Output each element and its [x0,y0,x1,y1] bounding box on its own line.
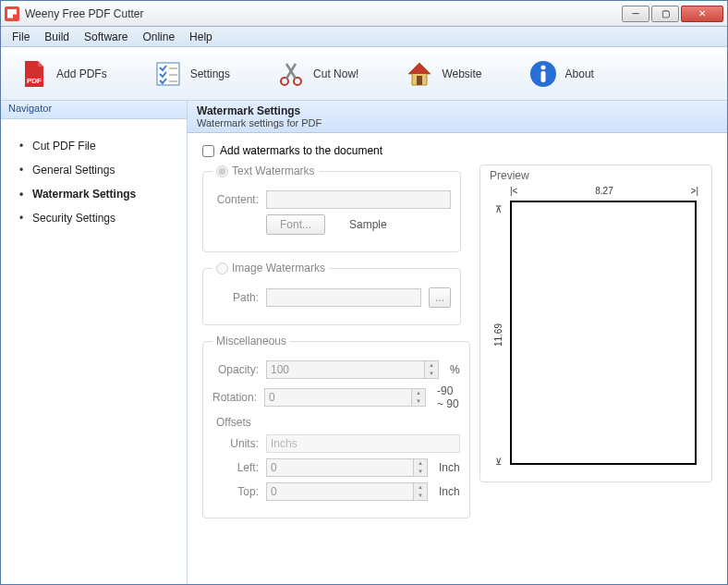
add-watermarks-row: Add watermarks to the document [202,144,712,157]
content-header: Watermark Settings Watermark settings fo… [188,101,727,133]
spinner-buttons-icon[interactable]: ▲▼ [411,388,426,407]
image-watermarks-radio[interactable] [216,262,228,274]
ruler-left: ⊼ 11.69 ⊻ [490,204,506,467]
menubar: File Build Software Online Help [1,27,727,47]
maximize-button[interactable]: ▢ [651,6,679,22]
window-controls: ─ ▢ ✕ [622,6,723,22]
toolbar-settings-label: Settings [190,67,230,80]
add-watermarks-checkbox[interactable] [202,145,214,157]
nav-security-settings[interactable]: Security Settings [19,206,187,230]
content-label: Content: [212,193,259,206]
svg-point-9 [540,65,545,69]
preview-page [510,201,697,465]
close-button[interactable]: ✕ [681,6,723,22]
toolbar-cut-now[interactable]: Cut Now! [276,59,358,89]
menu-build[interactable]: Build [37,29,77,45]
text-watermarks-group: Text Watermarks Content: Font... Sample [202,165,461,252]
top-unit: Inch [439,485,460,498]
ruler-right-mark: >| [691,186,698,199]
preview-panel: Preview |< 8.27 >| ⊼ 11.69 ⊻ [479,165,712,482]
toolbar-website-label: Website [442,67,481,80]
rotation-hint: -90 ~ 90 [437,384,460,410]
info-icon [528,59,558,89]
toolbar-about-label: About [565,67,594,80]
nav-cut-pdf-file[interactable]: Cut PDF File [19,134,187,158]
checklist-icon [153,59,183,89]
rotation-label: Rotation: [212,391,257,404]
left-unit: Inch [439,461,460,474]
preview-height: 11.69 [493,323,504,347]
toolbar-settings[interactable]: Settings [153,59,230,89]
page-subtitle: Watermark settings for PDF [197,117,718,128]
content: Watermark Settings Watermark settings fo… [188,101,727,584]
top-spinner[interactable]: ▲▼ [266,482,428,501]
minimize-button[interactable]: ─ [622,6,649,22]
content-body: Add watermarks to the document Text Wate… [188,133,727,539]
image-watermarks-group: Image Watermarks Path: ... [202,262,461,325]
main: Navigator Cut PDF File General Settings … [1,101,727,584]
preview-width: 8.27 [595,186,613,199]
sidebar-nav: Cut PDF File General Settings Watermark … [1,119,187,230]
toolbar: PDF Add PDFs Settings Cut Now! Website A… [1,47,727,101]
nav-watermark-settings[interactable]: Watermark Settings [19,182,187,206]
toolbar-cut-now-label: Cut Now! [313,67,358,80]
ruler-left-mark: |< [510,186,517,199]
path-input[interactable] [266,288,421,307]
rotation-input[interactable] [264,388,411,407]
window-title: Weeny Free PDF Cutter [25,7,622,20]
top-label: Top: [212,485,259,498]
opacity-spinner[interactable]: ▲▼ [266,360,439,379]
units-label: Units: [212,437,259,450]
offsets-label: Offsets [216,416,460,429]
spinner-buttons-icon[interactable]: ▲▼ [413,458,428,477]
svg-rect-7 [417,76,422,85]
left-input[interactable] [266,458,413,477]
titlebar: Weeny Free PDF Cutter ─ ▢ ✕ [1,1,727,27]
preview-title: Preview [490,169,702,186]
image-watermarks-legend: Image Watermarks [212,262,329,274]
svg-text:PDF: PDF [27,77,42,85]
units-select[interactable]: Inchs [266,434,460,453]
ruler-bottom-mark: ⊻ [495,457,502,467]
font-button[interactable]: Font... [266,214,325,235]
opacity-unit: % [450,363,460,376]
pdf-icon: PDF [19,59,49,89]
svg-rect-10 [540,71,545,82]
misc-group: Miscellaneous Opacity: ▲▼ % Rotation: [202,335,470,518]
text-watermarks-radio[interactable] [216,165,228,177]
app-icon [5,6,19,21]
menu-software[interactable]: Software [77,29,135,45]
spinner-buttons-icon[interactable]: ▲▼ [424,360,439,379]
ruler-top: |< 8.27 >| [510,186,698,199]
preview-canvas: |< 8.27 >| ⊼ 11.69 ⊻ [490,186,702,472]
toolbar-add-pdfs-label: Add PDFs [56,67,107,80]
left-label: Left: [212,461,259,474]
ruler-top-mark: ⊼ [495,204,502,214]
opacity-input[interactable] [266,360,424,379]
scissors-icon [276,59,306,89]
browse-button[interactable]: ... [429,287,451,308]
nav-general-settings[interactable]: General Settings [19,158,187,182]
toolbar-about[interactable]: About [528,59,594,89]
misc-legend: Miscellaneous [212,335,290,347]
menu-help[interactable]: Help [182,29,220,45]
page-title: Watermark Settings [197,104,718,117]
image-watermarks-legend-label: Image Watermarks [232,262,325,274]
top-input[interactable] [266,482,413,501]
home-icon [405,59,434,89]
left-spinner[interactable]: ▲▼ [266,458,428,477]
menu-file[interactable]: File [5,29,37,45]
text-watermarks-legend: Text Watermarks [212,165,319,177]
sidebar-header: Navigator [1,101,187,119]
opacity-label: Opacity: [212,363,259,376]
text-watermarks-legend-label: Text Watermarks [232,165,315,177]
rotation-spinner[interactable]: ▲▼ [264,388,426,407]
menu-online[interactable]: Online [135,29,182,45]
sample-text: Sample [349,218,387,231]
sidebar: Navigator Cut PDF File General Settings … [1,101,188,584]
content-input[interactable] [266,190,451,209]
toolbar-website[interactable]: Website [405,59,481,89]
add-watermarks-label[interactable]: Add watermarks to the document [220,144,382,157]
toolbar-add-pdfs[interactable]: PDF Add PDFs [19,59,107,89]
spinner-buttons-icon[interactable]: ▲▼ [413,482,428,501]
